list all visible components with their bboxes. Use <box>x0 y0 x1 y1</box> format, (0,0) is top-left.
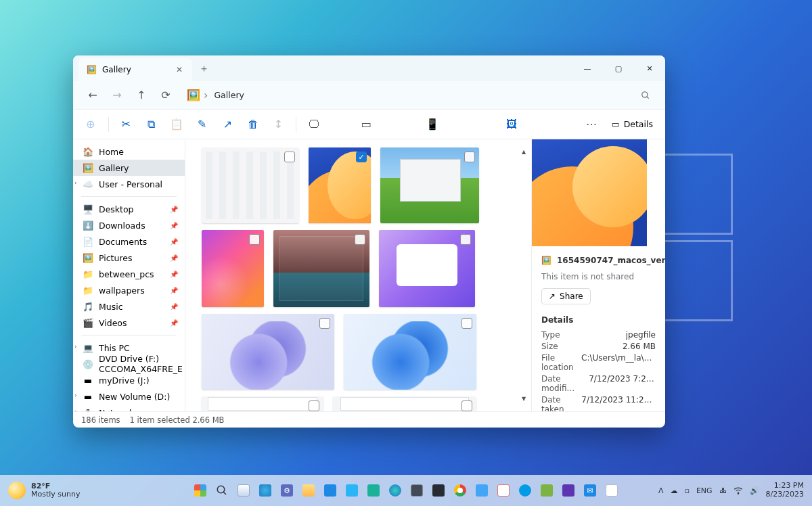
checkbox[interactable] <box>464 152 475 162</box>
checkbox[interactable] <box>319 318 330 329</box>
chrome-icon[interactable] <box>451 481 470 500</box>
sidebar-item-documents[interactable]: 📄Documents📌 <box>73 233 185 250</box>
sidebar-item-videos[interactable]: 🎬Videos📌 <box>73 315 185 331</box>
gallery-scrollbar[interactable]: ▲ ▼ <box>516 139 531 411</box>
sidebar-item-music[interactable]: 🎵Music📌 <box>73 298 185 315</box>
chevron-right-icon[interactable]: › <box>74 343 77 350</box>
forward-button[interactable]: → <box>106 85 129 106</box>
sidebar-item-new-volume-d-[interactable]: ›▬New Volume (D:) <box>73 388 185 405</box>
chevron-right-icon[interactable]: › <box>74 392 77 398</box>
sidebar-item-downloads[interactable]: ⬇️Downloads📌 <box>73 217 185 233</box>
checkbox[interactable] <box>249 234 260 245</box>
volume-tray-icon[interactable]: 🔊 <box>750 486 759 495</box>
delete-button[interactable]: 🗑 <box>242 113 264 136</box>
share-button-preview[interactable]: ↗Share <box>541 288 591 304</box>
tray-icon-1[interactable]: ▫ <box>684 486 689 495</box>
checkbox[interactable] <box>461 400 472 411</box>
start-button[interactable] <box>191 481 210 500</box>
sidebar-item-pictures[interactable]: 🖼️Pictures📌 <box>73 250 185 266</box>
close-window-button[interactable]: ✕ <box>634 55 665 81</box>
wifi-tray-icon[interactable] <box>734 486 743 495</box>
checkbox-checked[interactable]: ✓ <box>356 152 367 162</box>
checkbox[interactable] <box>461 318 472 329</box>
checkbox[interactable] <box>309 400 319 411</box>
mail-icon[interactable]: ✉ <box>581 481 600 500</box>
app-icon-5[interactable] <box>559 481 578 500</box>
app-icon-2[interactable] <box>342 481 361 500</box>
rename-button[interactable]: ✎ <box>191 113 213 136</box>
settings-icon[interactable]: ⚙ <box>277 481 296 500</box>
chevron-up-icon[interactable]: ᐱ <box>658 486 664 495</box>
new-item-button[interactable]: ⊕ <box>80 113 102 136</box>
sort-button[interactable]: ↕ <box>268 113 290 136</box>
thumb-ss2[interactable] <box>333 396 476 411</box>
app-icon-3[interactable] <box>364 481 383 500</box>
thumb-macos-ventura-selected[interactable]: ✓ <box>309 147 371 223</box>
sidebar-item-network[interactable]: ›🖧Network <box>73 405 185 411</box>
checkbox[interactable] <box>284 152 295 162</box>
scroll-up-icon[interactable]: ▲ <box>522 149 526 155</box>
tab-gallery[interactable]: 🖼️ Gallery ✕ <box>78 58 192 81</box>
minimize-button[interactable]: — <box>572 55 603 81</box>
sidebar-item-dvd-drive-f-cccoma-x64fre-e[interactable]: 💿DVD Drive (F:) CCCOMA_X64FRE_E <box>73 356 185 372</box>
thumb-bloom-blue[interactable] <box>344 314 476 390</box>
chevron-right-icon[interactable]: › <box>74 408 77 411</box>
edge-icon[interactable] <box>386 481 405 500</box>
thumb-file-explorer[interactable] <box>202 147 299 223</box>
thumb-ss1[interactable] <box>202 396 323 411</box>
checkbox[interactable] <box>355 234 365 245</box>
detail-value: jpegfile <box>626 330 656 340</box>
sidebar-item-gallery[interactable]: 🖼️Gallery <box>73 160 185 176</box>
store-icon[interactable] <box>407 481 426 500</box>
network-tray-icon[interactable]: 🖧 <box>719 486 727 495</box>
refresh-button[interactable]: ⟳ <box>154 85 177 106</box>
grid-icon[interactable] <box>602 481 621 500</box>
app-icon-4[interactable] <box>537 481 556 500</box>
weather-widget[interactable]: 82°FMostly sunny <box>0 482 88 499</box>
taskview-icon[interactable] <box>234 481 253 500</box>
share-button[interactable]: ↗ <box>217 113 239 136</box>
app-icon-1[interactable] <box>321 481 340 500</box>
maximize-button[interactable]: ▢ <box>603 55 634 81</box>
sidebar-item-desktop[interactable]: 🖥️Desktop📌 <box>73 201 185 217</box>
view-button-2[interactable]: ▭ <box>356 113 378 136</box>
breadcrumb[interactable]: Gallery <box>211 87 247 103</box>
back-button[interactable]: ← <box>81 85 104 106</box>
search-taskbar-icon[interactable] <box>212 481 231 500</box>
details-pane-toggle[interactable]: ▭ Details <box>606 116 658 132</box>
detail-value: 2.66 MB <box>623 342 656 351</box>
teams-icon[interactable] <box>516 481 535 500</box>
thumb-icons[interactable] <box>379 230 475 307</box>
copy-button[interactable]: ⧉ <box>141 113 162 136</box>
paste-button[interactable]: 📋 <box>166 113 188 136</box>
checkbox[interactable] <box>460 234 471 245</box>
thumb-bloom-purple[interactable] <box>202 314 334 390</box>
cut-button[interactable]: ✂ <box>115 113 137 136</box>
scroll-down-icon[interactable]: ▼ <box>522 396 526 402</box>
thumb-canyon[interactable] <box>273 230 369 307</box>
photos-icon[interactable] <box>472 481 491 500</box>
sidebar-item-between-pcs[interactable]: 📁between_pcs📌 <box>73 266 185 282</box>
new-tab-button[interactable]: ＋ <box>192 55 215 81</box>
close-tab-icon[interactable]: ✕ <box>176 65 183 74</box>
set-background-button[interactable]: 🖼 <box>501 113 523 136</box>
onedrive-tray-icon[interactable]: ☁ <box>670 486 677 495</box>
sidebar-item-home[interactable]: 🏠Home <box>73 143 185 160</box>
up-button[interactable]: ↑ <box>130 85 153 106</box>
thumb-xp[interactable] <box>380 147 479 223</box>
sidebar-item-wallpapers[interactable]: 📁wallpapers📌 <box>73 282 185 298</box>
calendar-icon[interactable] <box>494 481 513 500</box>
sidebar-item-user-personal[interactable]: ›☁️User - Personal <box>73 176 185 192</box>
chevron-right-icon[interactable]: › <box>74 179 77 186</box>
sidebar-item-mydrive-j-[interactable]: ▬myDrive (J:) <box>73 372 185 388</box>
terminal-icon[interactable] <box>429 481 448 500</box>
search-button[interactable] <box>634 85 657 106</box>
language-indicator[interactable]: ENG <box>696 486 713 495</box>
thumb-monterey[interactable] <box>202 230 264 307</box>
phone-link-button[interactable]: 📱 <box>422 113 443 136</box>
file-explorer-taskbar-icon[interactable] <box>299 481 318 500</box>
more-button[interactable]: ⋯ <box>581 113 602 136</box>
widgets-icon[interactable] <box>256 481 275 500</box>
clock[interactable]: 1:23 PM 8/23/2023 <box>766 482 804 499</box>
view-button-1[interactable]: 🖵 <box>303 113 325 136</box>
